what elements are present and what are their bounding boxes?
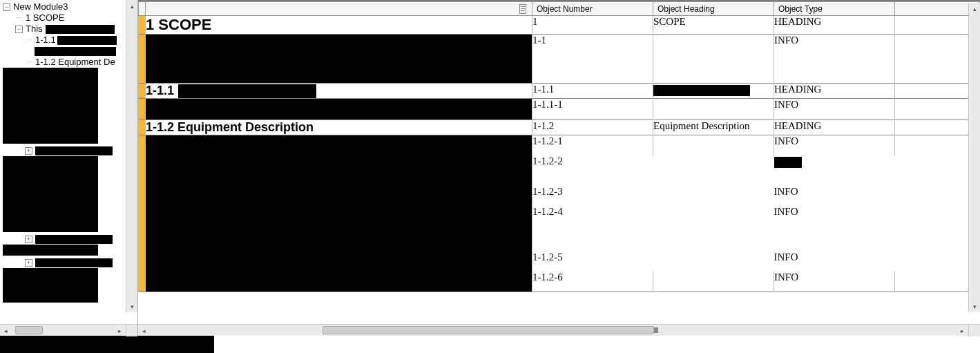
cell-object-heading	[653, 135, 774, 156]
tree-node-label: New Module3	[13, 1, 68, 12]
column-header-blank[interactable]	[895, 2, 980, 16]
cell-object-heading: SCOPE	[653, 16, 774, 35]
expand-icon[interactable]: +	[25, 259, 32, 267]
redacted-block	[3, 68, 98, 144]
scroll-left-icon[interactable]: ◂	[138, 325, 150, 336]
cell-object-heading	[653, 155, 774, 186]
tree-connector-icon: ⋯	[25, 59, 32, 66]
column-header-main[interactable]	[146, 2, 532, 16]
redacted-text	[57, 36, 117, 45]
tree-node-root[interactable]: − New Module3	[3, 1, 137, 12]
tree-horizontal-scrollbar[interactable]: ◂ ▸	[0, 324, 137, 336]
cell-object-type: INFO	[774, 135, 895, 156]
scrollbar-marker	[654, 327, 658, 333]
table-header-row: Object Number Object Heading Object Type	[139, 2, 980, 16]
cell-object-heading	[653, 206, 774, 251]
cell-object-number: 1-1.2-4	[532, 206, 653, 251]
status-bar	[0, 336, 980, 353]
cell-object-type: HEADING	[774, 16, 895, 35]
object-text: 1-1.1	[146, 84, 174, 98]
cell-object-type	[774, 155, 895, 186]
table-row[interactable]: 1-1.2-1 INFO	[139, 135, 980, 156]
table-row[interactable]: 1-1.1-1 INFO	[139, 99, 980, 120]
redacted-text	[774, 157, 802, 168]
object-text: 1-1.2 Equipment Description	[146, 120, 314, 134]
tree-node-1-1-1[interactable]: ⋯ 1-1.1	[3, 35, 137, 46]
column-options-icon[interactable]	[519, 4, 526, 14]
column-header-object-number[interactable]: Object Number	[532, 2, 653, 16]
column-header-object-heading[interactable]: Object Heading	[653, 2, 774, 16]
table-row[interactable]: 1-1.2 Equipment Description 1-1.2 Equipm…	[139, 120, 980, 135]
expand-icon[interactable]: +	[25, 147, 32, 155]
redacted-object-text	[146, 35, 532, 83]
tree-node-scope[interactable]: ⋯ 1 SCOPE	[3, 12, 137, 23]
scrollbar-thumb[interactable]	[15, 326, 43, 334]
tree-node-expandable[interactable]: +	[3, 233, 137, 245]
module-tree[interactable]: − New Module3 ⋯ 1 SCOPE − This ⋯ 1-1.1	[0, 0, 137, 324]
tree-node-this[interactable]: − This	[3, 23, 137, 35]
cell-object-number: 1-1.2	[532, 120, 653, 135]
cell-object-number: 1	[532, 16, 653, 35]
cell-object-number: 1-1	[532, 35, 653, 84]
change-bar	[139, 99, 146, 120]
cell-object-heading	[653, 186, 774, 206]
tree-vertical-scrollbar[interactable]: ▴ ▾	[126, 0, 137, 312]
cell-object-type: INFO	[774, 271, 895, 292]
tree-node-1-1-2[interactable]: ⋯ 1-1.2 Equipment De	[3, 57, 137, 68]
redacted-text	[653, 85, 750, 96]
scrollbar-track[interactable]	[150, 325, 957, 336]
collapse-icon[interactable]: −	[3, 3, 10, 11]
change-bar	[139, 135, 146, 292]
table-row[interactable]: 1 SCOPE 1 SCOPE HEADING	[139, 16, 980, 35]
cell-object-type: INFO	[774, 186, 895, 206]
scroll-right-icon[interactable]: ▸	[114, 325, 126, 336]
object-text: 1 SCOPE	[146, 16, 211, 33]
collapse-icon[interactable]: −	[15, 26, 23, 33]
scroll-down-icon[interactable]: ▾	[126, 300, 137, 312]
scroll-right-icon[interactable]: ▸	[957, 325, 968, 336]
main-horizontal-scrollbar[interactable]: ◂ ▸	[138, 324, 980, 336]
scrollbar-corner	[968, 325, 980, 336]
change-bar	[139, 35, 146, 84]
column-header-marker[interactable]	[139, 2, 146, 16]
cell-object-heading	[653, 251, 774, 271]
redacted-status-text	[0, 336, 214, 353]
tree-node-label: 1-1.2 Equipment De	[35, 57, 115, 68]
redacted-text	[178, 84, 316, 98]
scroll-up-icon[interactable]: ▴	[969, 3, 980, 15]
scroll-up-icon[interactable]: ▴	[126, 0, 137, 12]
cell-object-heading	[653, 271, 774, 292]
app-root: − New Module3 ⋯ 1 SCOPE − This ⋯ 1-1.1	[0, 0, 980, 336]
cell-object-type: HEADING	[774, 120, 895, 135]
redacted-object-text	[146, 99, 532, 120]
redacted-block	[3, 268, 98, 303]
cell-object-number: 1-1.2-2	[532, 155, 653, 186]
cell-object-number: 1-1.1	[532, 84, 653, 99]
tree-connector-icon: ⋯	[15, 15, 23, 22]
table-row[interactable]: 1-1 INFO	[139, 35, 980, 84]
redacted-text	[46, 25, 115, 34]
column-header-object-type[interactable]: Object Type	[774, 2, 895, 16]
main-vertical-scrollbar[interactable]: ▴ ▾	[968, 3, 980, 312]
tree-connector-icon: ⋯	[25, 37, 32, 44]
redacted-object-text	[146, 135, 532, 292]
scrollbar-corner	[126, 325, 137, 336]
scroll-down-icon[interactable]: ▾	[969, 300, 980, 312]
tree-node-expandable[interactable]: +	[3, 145, 137, 156]
cell-object-type: INFO	[774, 99, 895, 120]
cell-object-heading	[653, 35, 774, 84]
scroll-left-icon[interactable]: ◂	[0, 325, 12, 336]
cell-object-number: 1-1.2-6	[532, 271, 653, 292]
tree-node-redacted[interactable]	[3, 46, 137, 57]
cell-object-heading	[653, 84, 774, 99]
redacted-text	[35, 235, 113, 244]
object-table-viewport[interactable]: Object Number Object Heading Object Type…	[138, 0, 980, 324]
tree-node-label: 1-1.1	[35, 35, 56, 46]
scrollbar-thumb[interactable]	[323, 326, 654, 334]
table-row[interactable]: 1-1.1 1-1.1 HEADING	[139, 84, 980, 99]
expand-icon[interactable]: +	[25, 236, 32, 243]
redacted-block	[3, 156, 98, 232]
cell-object-type: INFO	[774, 251, 895, 271]
change-bar	[139, 84, 146, 99]
tree-node-expandable[interactable]: +	[3, 257, 137, 268]
